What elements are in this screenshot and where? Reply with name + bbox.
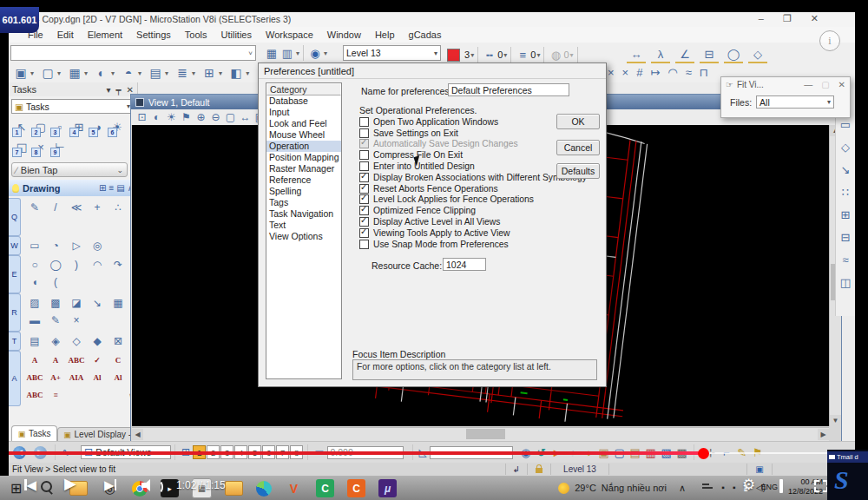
menu-item[interactable]: Window [320,30,368,40]
measure-radius-icon[interactable]: λ [651,46,670,63]
ok-button[interactable]: OK [556,114,600,129]
restore-button[interactable]: ❐ [783,13,792,24]
toolbar-icon[interactable]: ▢ [39,65,56,82]
category-item[interactable]: Look and Feel [266,118,341,129]
toolbar-icon[interactable]: ⊞ [201,65,218,82]
view-menu-icon[interactable] [135,98,144,107]
category-item[interactable]: Operation [266,141,341,152]
text-tool[interactable]: ✓ [87,352,108,369]
resource-cache-field[interactable]: 1024 [443,258,486,271]
close-icon[interactable]: ✕ [127,85,134,95]
drawing-tool[interactable]: ◎ [87,237,108,254]
menu-item[interactable]: Element [81,30,129,40]
pattern-area-icon[interactable]: ▦ [264,45,279,61]
manipulate-tool-icon[interactable]: ↘ [837,158,854,181]
category-item[interactable]: Reference [266,174,341,186]
panel-tab[interactable]: ▣ Tasks [11,425,57,441]
menu-item[interactable]: Settings [129,30,178,40]
active-level-combo[interactable]: Level 13 ▾ [343,45,441,61]
drawing-tool[interactable]: ▭ [24,237,45,254]
preference-option[interactable]: Optimized Fence Clipping [359,205,559,216]
text-tool[interactable]: ABC [66,352,87,369]
category-item[interactable]: Spelling [266,186,341,197]
drawing-tool[interactable]: ✎ [45,312,66,329]
drawing-tool[interactable]: ⊠ [108,332,128,350]
preference-option[interactable]: Level Lock Applies for Fence Operations [359,194,559,206]
text-tool[interactable]: C [108,352,128,369]
manipulate-tool-icon[interactable]: ⊟ [837,226,854,248]
layout-panel-icon[interactable]: ▤ [116,183,124,193]
layout-grid-icon[interactable]: ⊞ [99,183,106,193]
drawing-tool[interactable]: ≪ [66,199,87,216]
view-tool-icon[interactable]: ⊕ [194,110,208,124]
line-style-icon[interactable]: ╍ [482,47,497,62]
menu-item[interactable]: Edit [50,30,81,40]
toolbar-icon[interactable]: ▦ [66,65,83,82]
toolbar-icon[interactable]: × [622,66,629,79]
play-button[interactable]: ▶ [64,477,76,490]
drawing-tool[interactable]: ◈ [45,332,66,350]
preference-option[interactable]: Enter into Untitled Design [359,161,559,172]
delete-tool[interactable]: × 8 [31,137,50,157]
drawing-section-header[interactable]: Drawing ⊞ ≡ ▤ ∧ [9,180,137,196]
move-tool[interactable]: ◱ 7 [12,137,31,157]
progress-knob[interactable] [698,448,709,459]
category-item[interactable]: Database [266,95,341,107]
drawing-tool[interactable]: ◠ [87,256,108,273]
menu-item[interactable]: Tools [178,30,214,40]
line-weight-icon[interactable]: ≡ [515,47,530,62]
drawing-tool[interactable]: ▬ [24,312,45,329]
color-tool[interactable]: ◑ 5 [89,117,108,137]
dialog-titlebar[interactable]: ☞ Fit Vi... — ▢ ✕ [721,77,850,91]
window-tool[interactable]: ⊞ 4 [69,117,89,137]
view-tool-icon[interactable]: ◐ [149,110,164,124]
text-tool[interactable]: A [24,352,45,369]
category-item[interactable]: Position Mapping [266,152,341,163]
preference-option[interactable]: Use Snap Mode from Preferences [359,239,559,250]
element-selection-tool[interactable]: ↖ 1 [12,117,31,137]
drawing-tool[interactable]: ↘ [87,294,108,312]
preference-option[interactable]: Display Active Level in All Views [359,216,559,227]
text-tool[interactable]: A+ [45,369,66,386]
toolbar-icon[interactable]: ≈ [686,66,692,79]
measure-area-icon[interactable]: ◯ [724,46,743,63]
toolbar-icon[interactable]: # [636,66,642,79]
defaults-button[interactable]: Defaults [556,163,600,179]
lamp-tool[interactable]: ☀ 6 [108,117,127,137]
scroll-down-icon[interactable]: ▼ [830,415,841,426]
theater-mode-button[interactable] [779,481,783,491]
next-button[interactable]: ▶ [104,478,116,491]
drawing-tool[interactable]: ○ [24,256,45,273]
manipulate-tool-icon[interactable]: ◇ [837,135,854,158]
text-tool[interactable]: Al [87,369,108,386]
drawing-tool[interactable]: ▨ [24,294,45,312]
scroll-right-icon[interactable]: ▶ [818,429,829,440]
toolbar-icon[interactable]: ◠ [667,66,677,79]
view-tool-icon[interactable]: ⊡ [135,110,149,124]
drawing-tool[interactable]: ▤ [24,332,45,350]
view-tool-icon[interactable]: ↔ [238,110,253,124]
menu-item[interactable]: Workspace [259,30,320,40]
toolbar-icon[interactable]: × [608,66,615,79]
preference-option[interactable]: Reset Aborts Fence Operations [359,183,559,194]
tasks-combo[interactable]: ▣ Tasks ▾ [11,99,134,114]
dialog-titlebar[interactable]: Preferences [untitled] [259,63,606,79]
measure-tool[interactable]: ⊢ 9 [50,137,69,157]
volume-icon[interactable] [141,478,161,494]
manipulate-tool-icon[interactable]: ◫ [837,271,854,293]
toolbar-icon[interactable]: ▤ [147,65,164,82]
drawing-tool[interactable]: ) [66,256,87,273]
toolbar-icon[interactable]: ▣ [12,65,30,82]
category-item[interactable]: Mouse Wheel [266,129,341,141]
drawing-tool[interactable]: ◆ [87,332,108,350]
measure-length-icon[interactable]: ⊟ [700,46,719,63]
preference-option[interactable]: Save Settings on Exit [359,128,559,139]
minimize-button[interactable]: – [759,13,764,24]
chevron-down-icon[interactable]: ▾ [107,85,111,95]
preference-option[interactable]: Compress File On Exit [359,149,559,161]
chevron-down-icon[interactable]: ˅ [248,49,253,57]
video-progress-bar[interactable] [9,451,855,455]
drawing-tool[interactable]: ◯ [45,256,66,273]
preference-option[interactable]: Viewing Tools Apply to Active View [359,227,559,239]
drawing-tool[interactable]: ↷ [108,256,128,273]
